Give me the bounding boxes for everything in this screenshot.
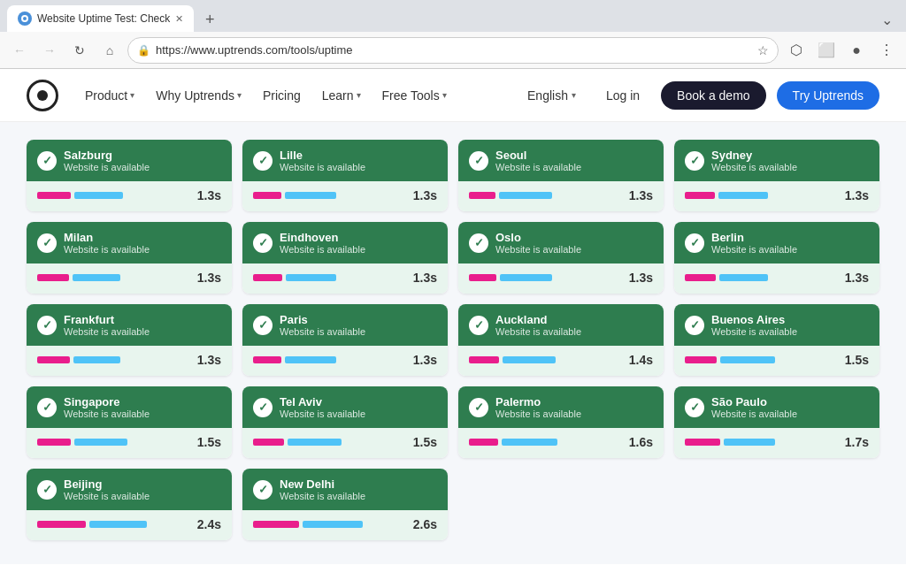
check-icon: ✓ (253, 233, 273, 253)
card-city: São Paulo (711, 395, 797, 409)
bar-pink (469, 274, 496, 281)
tab-title: Website Uptime Test: Check (37, 12, 170, 25)
nav-tools[interactable]: Free Tools ▾ (373, 83, 456, 108)
check-mark: ✓ (690, 236, 700, 249)
bar-pink (685, 439, 720, 446)
lang-label: English (527, 88, 568, 103)
home-button[interactable]: ⌂ (97, 38, 122, 63)
profile-button[interactable]: ● (844, 38, 869, 63)
url-bar[interactable]: 🔒 https://www.uptrends.com/tools/uptime … (127, 37, 779, 64)
reload-button[interactable]: ↻ (67, 38, 92, 63)
check-mark: ✓ (474, 154, 484, 167)
login-button[interactable]: Log in (595, 83, 650, 108)
bar-pink (37, 192, 71, 199)
card-status: Website is available (280, 244, 365, 255)
bar-pink (253, 192, 281, 199)
card-city: Tel Aviv (280, 395, 365, 409)
check-icon: ✓ (685, 233, 704, 253)
check-mark: ✓ (258, 236, 268, 249)
nav-why[interactable]: Why Uptrends ▾ (147, 83, 250, 108)
tab-expand-button[interactable]: ⌄ (874, 7, 899, 32)
card-header: ✓ Salzburg Website is available (27, 140, 232, 181)
bar-blue (720, 356, 775, 363)
location-card: ✓ Singapore Website is available 1.5s (27, 386, 232, 458)
bar-container (685, 356, 838, 363)
try-button[interactable]: Try Uptrends (777, 81, 879, 110)
forward-button[interactable]: → (37, 38, 62, 63)
card-status: Website is available (280, 409, 365, 419)
card-title-group: Sydney Website is available (711, 149, 797, 172)
bar-blue (724, 439, 775, 446)
card-header: ✓ New Delhi Website is available (242, 469, 448, 510)
nav-tools-label: Free Tools (382, 88, 440, 103)
bar-pink (37, 439, 71, 446)
check-mark: ✓ (690, 154, 700, 167)
cast-button[interactable]: ⬡ (784, 38, 809, 63)
back-button[interactable]: ← (7, 38, 32, 63)
bar-pink (37, 274, 69, 281)
menu-button[interactable]: ⋮ (874, 38, 899, 63)
bar-container (37, 192, 190, 199)
response-time: 1.7s (845, 435, 869, 449)
card-title-group: Berlin Website is available (711, 231, 797, 255)
nav-learn[interactable]: Learn ▾ (313, 83, 370, 108)
card-body: 1.3s (674, 263, 879, 294)
language-selector[interactable]: English ▾ (518, 83, 585, 108)
card-status: Website is available (280, 326, 365, 337)
bar-container (37, 356, 190, 363)
card-city: Sydney (711, 149, 797, 162)
card-header: ✓ Buenos Aires Website is available (674, 304, 879, 346)
check-mark: ✓ (42, 236, 52, 249)
new-tab-button[interactable]: + (197, 7, 222, 32)
response-time: 1.3s (413, 353, 437, 367)
card-body: 1.6s (458, 428, 664, 458)
card-status: Website is available (64, 162, 150, 172)
tab-view-button[interactable]: ⬜ (814, 38, 839, 63)
demo-button[interactable]: Book a demo (661, 81, 766, 110)
check-mark: ✓ (474, 401, 484, 414)
response-time: 1.3s (629, 188, 653, 202)
bar-pink (685, 192, 715, 199)
bar-blue (718, 192, 768, 199)
card-body: 1.3s (242, 346, 448, 376)
active-tab[interactable]: Website Uptime Test: Check ✕ (7, 5, 194, 32)
card-title-group: Oslo Website is available (495, 231, 581, 255)
bar-container (685, 192, 838, 199)
bar-blue (499, 192, 552, 199)
response-time: 1.3s (845, 271, 869, 285)
bar-pink (253, 439, 284, 446)
card-title-group: Paris Website is available (280, 313, 365, 337)
check-mark: ✓ (258, 401, 268, 414)
bar-blue (286, 274, 336, 281)
card-title-group: Seoul Website is available (495, 149, 581, 172)
card-title-group: São Paulo Website is available (711, 395, 797, 419)
logo[interactable] (27, 80, 58, 111)
bar-container (253, 192, 406, 199)
logo-inner (37, 90, 48, 101)
card-city: Palermo (495, 395, 581, 409)
card-status: Website is available (64, 326, 150, 337)
bar-blue (500, 274, 552, 281)
location-card: ✓ Eindhoven Website is available 1.3s (242, 222, 448, 294)
response-time: 1.3s (413, 271, 437, 285)
card-status: Website is available (711, 244, 797, 255)
response-time: 1.4s (629, 353, 653, 367)
location-card: ✓ Buenos Aires Website is available 1.5s (674, 304, 879, 376)
bar-pink (37, 356, 70, 363)
card-status: Website is available (495, 326, 581, 337)
nav-pricing[interactable]: Pricing (254, 83, 310, 108)
response-time: 1.3s (197, 353, 221, 367)
bar-blue (503, 356, 556, 363)
card-status: Website is available (64, 491, 150, 501)
check-icon: ✓ (253, 398, 273, 417)
bookmark-button[interactable]: ☆ (757, 43, 769, 57)
check-mark: ✓ (258, 318, 268, 332)
tab-close-button[interactable]: ✕ (175, 13, 183, 25)
check-icon: ✓ (37, 151, 57, 171)
card-status: Website is available (495, 244, 581, 255)
nav-product[interactable]: Product ▾ (76, 83, 143, 108)
card-header: ✓ São Paulo Website is available (674, 386, 879, 428)
address-bar: ← → ↻ ⌂ 🔒 https://www.uptrends.com/tools… (0, 32, 906, 69)
card-body: 2.6s (242, 510, 448, 540)
check-icon: ✓ (253, 151, 273, 171)
